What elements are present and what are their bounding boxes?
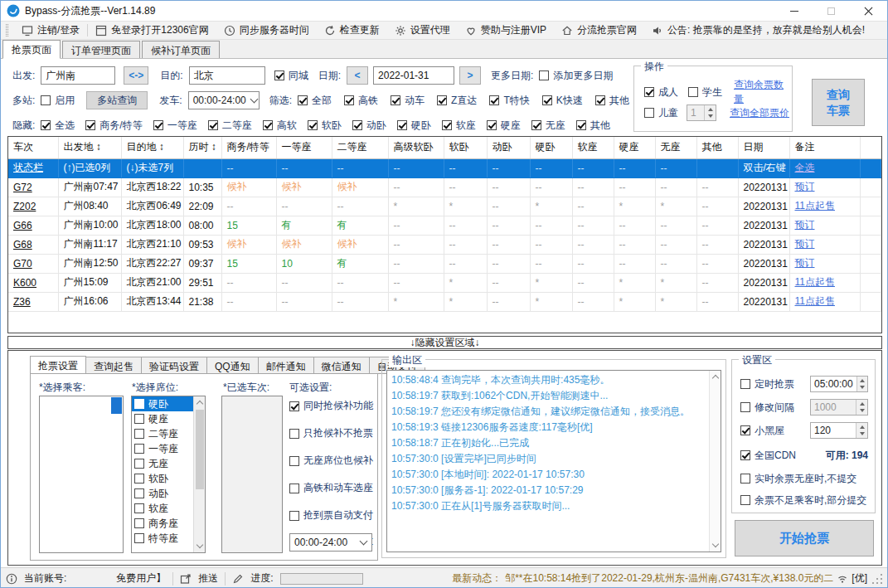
column-header[interactable]: 软卧	[444, 137, 487, 158]
output-log[interactable]: 10:58:48:4 查询完毕，本次查询共用时:435毫秒。10:58:19:7…	[386, 370, 721, 552]
grab-option-1[interactable]: 只抢候补不抢票	[289, 426, 377, 440]
hide-checkbox-2[interactable]: 一等座	[153, 119, 197, 133]
column-header[interactable]: 备注	[789, 137, 860, 158]
add-more-dates-checkbox[interactable]: 添加更多日期	[539, 69, 613, 83]
tab-order-manage[interactable]: 订单管理页面	[62, 41, 140, 58]
seat-option[interactable]: 软座	[132, 501, 193, 516]
minimize-button[interactable]	[775, 1, 813, 21]
seat-option[interactable]: 软卧	[132, 471, 193, 486]
table-row[interactable]: G70广州南12:50北京西22:2709:371510有-----------…	[8, 254, 881, 273]
hide-checkbox-9[interactable]: 硬座	[487, 119, 521, 133]
no-seat-no-submit-checkbox[interactable]: 实时余票无座时,不提交	[740, 472, 868, 486]
scroll-down-icon[interactable]	[712, 541, 719, 547]
column-header[interactable]: 软座	[572, 137, 614, 158]
hide-checkbox-6[interactable]: 动卧	[352, 119, 386, 133]
selected-trains-listbox[interactable]	[221, 396, 283, 553]
settings-tab-1[interactable]: 查询起售	[86, 357, 142, 374]
train-link[interactable]: Z202	[13, 201, 36, 212]
settings-tab-2[interactable]: 验证码设置	[142, 357, 207, 374]
passenger-scrollbar-thumb[interactable]	[111, 397, 122, 414]
config-checkbox-2[interactable]: 小黑屋	[740, 424, 810, 438]
grab-time-range-select[interactable]: 00:00-24:00	[289, 533, 372, 552]
column-header[interactable]: 二等座	[332, 137, 388, 158]
config-checkbox-1[interactable]: 修改间隔	[740, 401, 810, 415]
train-link[interactable]: G72	[13, 182, 32, 193]
adult-checkbox[interactable]: 成人	[644, 85, 678, 100]
note-link[interactable]: 11点起售	[795, 200, 835, 211]
table-row[interactable]: Z36广州16:06北京西13:4421:38------**--*--**--…	[8, 292, 881, 311]
seat-option[interactable]: 动卧	[132, 486, 193, 501]
seat-option[interactable]: 硬座	[132, 411, 193, 426]
note-link[interactable]: 预订	[795, 181, 815, 192]
table-row[interactable]: G68广州南11:17北京西21:1009:53候补候补候补----------…	[8, 235, 881, 254]
hide-settings-divider[interactable]: ↓隐藏设置区域↓	[7, 336, 882, 349]
hide-checkbox-1[interactable]: 商务/特等	[85, 119, 142, 133]
filter-checkbox-1[interactable]: 高铁	[344, 94, 378, 108]
config-spinner-0[interactable]: 05:00:00	[810, 376, 868, 392]
note-link[interactable]: 预订	[795, 257, 815, 269]
start-grab-button[interactable]: 开始抢票	[735, 520, 874, 556]
push-label[interactable]: 推送	[198, 571, 218, 586]
hide-checkbox-8[interactable]: 软座	[442, 119, 476, 133]
hide-checkbox-5[interactable]: 软卧	[308, 119, 342, 133]
toolbar-sync-time[interactable]: 同步服务器时间	[216, 23, 317, 37]
grab-option-3[interactable]: 高铁和动车选座	[289, 481, 377, 495]
column-header[interactable]: 一等座	[276, 137, 332, 158]
train-link[interactable]: Z36	[13, 296, 31, 308]
seat-listbox[interactable]: 硬卧硬座二等座一等座无座软卧动卧软座商务座特等座	[131, 396, 206, 553]
settings-tab-4[interactable]: 邮件通知	[259, 357, 314, 374]
seat-option[interactable]: 二等座	[132, 426, 193, 441]
toolbar-logout[interactable]: 注销/登录	[14, 23, 87, 37]
note-link[interactable]: 全选	[795, 162, 815, 173]
column-header[interactable]: 硬卧	[530, 137, 572, 158]
config-spinner-1[interactable]: 1000	[810, 399, 868, 415]
hide-checkbox-7[interactable]: 硬卧	[397, 119, 431, 133]
query-price-link[interactable]: 查询全部票价	[730, 106, 789, 120]
grab-option-4[interactable]: 抢到票自动支付	[289, 508, 377, 522]
output-scrollbar[interactable]	[709, 371, 721, 552]
partial-submit-checkbox[interactable]: 余票不足乘客时,部分提交	[740, 493, 868, 508]
query-tickets-button[interactable]: 查询 车票	[812, 79, 865, 126]
toolbar-check-update[interactable]: 检查更新	[317, 23, 387, 37]
maximize-button[interactable]	[813, 1, 850, 21]
query-remaining-link[interactable]: 查询余票数量	[734, 78, 792, 106]
resize-grip[interactable]	[872, 574, 882, 584]
filter-checkbox-5[interactable]: K快速	[542, 94, 583, 108]
multi-enable-checkbox[interactable]: 启用	[41, 94, 75, 108]
filter-checkbox-3[interactable]: Z直达	[437, 94, 477, 108]
filter-checkbox-4[interactable]: T特快	[489, 94, 529, 108]
multi-query-button[interactable]: 多站查询	[86, 91, 148, 109]
seat-option[interactable]: 一等座	[132, 441, 193, 456]
student-checkbox[interactable]: 学生	[688, 85, 722, 100]
tab-waitlist-orders[interactable]: 候补订单页面	[142, 41, 220, 58]
passenger-listbox[interactable]	[39, 396, 124, 553]
filter-checkbox-0[interactable]: 全部	[298, 94, 332, 108]
next-date-button[interactable]: >	[459, 66, 481, 85]
column-header[interactable]: 目的地 ↕	[121, 137, 183, 158]
toolbar-website[interactable]: 分流抢票官网	[554, 23, 644, 37]
column-header[interactable]: 日期	[738, 137, 789, 158]
column-header[interactable]: 高级软卧	[388, 137, 444, 158]
column-header[interactable]: 其他	[696, 137, 738, 158]
settings-tab-3[interactable]: QQ通知	[207, 357, 259, 374]
table-row[interactable]: Z202广州08:40北京西06:4922:09------**--*--**-…	[8, 197, 881, 216]
table-row[interactable]: G66广州南10:00北京西18:0008:0015有有------------…	[8, 216, 881, 235]
seat-option[interactable]: 无座	[132, 456, 193, 471]
depart-time-select[interactable]: 00:00-24:00	[188, 91, 260, 109]
seat-option[interactable]: 特等座	[132, 531, 193, 546]
filter-checkbox-2[interactable]: 动车	[391, 94, 425, 108]
same-city-checkbox[interactable]: 同城	[274, 69, 308, 83]
toolbar-vip[interactable]: 赞助与注册VIP	[458, 23, 554, 37]
seat-option[interactable]: 硬卧	[132, 396, 193, 411]
table-row[interactable]: G72广州南07:47北京西18:2210:35候补候补候补----------…	[8, 177, 881, 197]
column-header[interactable]: 无座	[655, 137, 696, 158]
prev-date-button[interactable]: <	[347, 66, 368, 85]
settings-tab-0[interactable]: 抢票设置	[30, 356, 86, 375]
scroll-up-icon[interactable]	[712, 375, 719, 381]
config-spinner-2[interactable]: 120	[810, 422, 868, 439]
column-header[interactable]: 历时 ↕	[183, 137, 221, 158]
toolbar-open-12306[interactable]: 免登录打开12306官网	[88, 23, 216, 37]
column-header[interactable]: 出发地 ↕	[58, 137, 121, 158]
toolbar-set-proxy[interactable]: 设置代理	[387, 23, 458, 37]
config-checkbox-0[interactable]: 定时抢票	[740, 377, 810, 391]
